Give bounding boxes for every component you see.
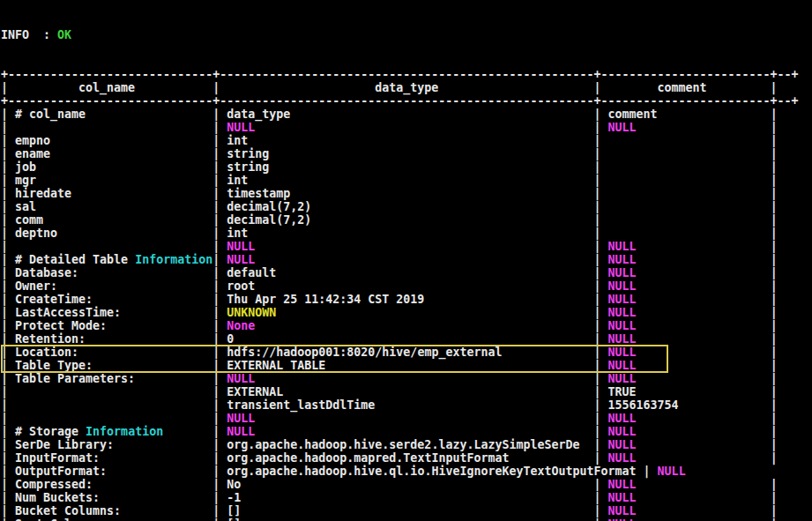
table-row: | ename | string | |	[1, 147, 812, 160]
cell-text: # Storage	[15, 425, 86, 438]
table-row: | Bucket Columns: | [] | NULL |	[1, 504, 812, 517]
cell-text: OutputFormat:	[15, 465, 107, 478]
table-row: | Protect Mode: | None | NULL |	[1, 319, 812, 332]
cell-text: deptno	[15, 227, 57, 240]
table-row: | Table Parameters: | NULL | NULL |	[1, 372, 812, 385]
cell-text: 1556163754	[608, 398, 679, 412]
table-row: | Database: | default | NULL |	[1, 266, 812, 279]
table-row: | Retention: | 0 | NULL |	[1, 332, 812, 346]
cell-text: Retention:	[15, 332, 86, 346]
cell-text: # Detailed Table	[15, 253, 135, 266]
table-row: | Location: | hdfs://hadoop001:8020/hive…	[1, 346, 812, 359]
cell-text: # col_name	[15, 108, 86, 121]
table-row: | InputFormat: | org.apache.hadoop.mapre…	[1, 451, 812, 465]
cell-text: NULL	[227, 253, 255, 266]
cell-text: root	[227, 279, 255, 293]
cell-text: EXTERNAL TABLE	[227, 359, 325, 372]
cell-text: NULL	[608, 253, 637, 266]
cell-text: []	[227, 517, 241, 521]
cell-text: Table Type:	[15, 359, 93, 372]
cell-text: default	[227, 266, 276, 279]
log-level: INFO	[1, 28, 29, 41]
cell-text: LastAccessTime:	[15, 306, 121, 319]
cell-text: comment	[608, 108, 658, 121]
status-line: INFO : OK	[1, 28, 812, 41]
cell-text: int	[227, 227, 248, 240]
cell-text: org.apache.hadoop.hive.serde2.lazy.LazyS…	[227, 438, 579, 451]
cell-text: NULL	[608, 319, 637, 332]
log-status-ok: OK	[57, 28, 71, 41]
cell-text: data_type	[227, 108, 290, 121]
cell-text: Protect Mode:	[15, 319, 107, 332]
cell-text: NULL	[608, 491, 637, 504]
cell-text: Information	[86, 425, 163, 438]
table-row: | Num Buckets: | -1 | NULL |	[1, 491, 812, 504]
cell-text: NULL	[608, 438, 637, 451]
cell-text: NULL	[608, 121, 637, 134]
cell-text: Thu Apr 25 11:42:34 CST 2019	[227, 293, 424, 306]
cell-text: Num Buckets:	[15, 491, 100, 504]
cell-text: NULL	[608, 451, 637, 465]
table-header-row: | col_name | data_type | comment |	[1, 81, 812, 94]
table-row: | Compressed: | No | NULL |	[1, 478, 812, 491]
cell-text: CreateTime:	[15, 293, 93, 306]
cell-text: NULL	[227, 412, 255, 425]
table-row: | deptno | int | |	[1, 227, 812, 240]
cell-text: Compressed:	[15, 478, 93, 491]
cell-text: NULL	[658, 465, 686, 478]
cell-text: mgr	[15, 174, 36, 187]
log-separator: :	[29, 28, 57, 41]
table-row: | | EXTERNAL | TRUE |	[1, 385, 812, 398]
cell-text: NULL	[608, 504, 637, 517]
table-row: | Owner: | root | NULL |	[1, 279, 812, 293]
cell-text: NULL	[608, 425, 637, 438]
cell-text: Information	[135, 253, 212, 266]
terminal-screen: INFO : OK +-----------------------------…	[0, 0, 812, 521]
cell-text: ename	[15, 147, 50, 160]
table-row: | # Storage Information | NULL | NULL |	[1, 425, 812, 438]
table-row: | empno | int | |	[1, 134, 812, 147]
cell-text: Bucket Columns:	[15, 504, 121, 517]
cell-text: sal	[15, 200, 36, 213]
table-row: | | transient_lastDdlTime | 1556163754 |	[1, 398, 812, 412]
table-row: | OutputFormat: | org.apache.hadoop.hive…	[1, 465, 812, 478]
cell-text: NULL	[608, 372, 637, 385]
cell-text: NULL	[608, 240, 637, 253]
cell-text: Location:	[15, 346, 78, 359]
cell-text: NULL	[608, 293, 637, 306]
cell-text: EXTERNAL	[227, 385, 283, 398]
table-row: | comm | decimal(7,2) | |	[1, 213, 812, 227]
cell-text: Owner:	[15, 279, 57, 293]
cell-text: comm	[15, 213, 43, 227]
cell-text: Table Parameters:	[15, 372, 135, 385]
cell-text: transient_lastDdlTime	[227, 398, 375, 412]
cell-text: NULL	[608, 306, 637, 319]
cell-text: int	[227, 134, 248, 147]
cell-text: timestamp	[227, 187, 290, 200]
table-row: | job | string | |	[1, 160, 812, 174]
cell-text: org.apache.hadoop.mapred.TextInputFormat	[227, 451, 509, 465]
cell-text: decimal(7,2)	[227, 200, 311, 213]
cell-text: []	[227, 504, 241, 517]
cell-text: empno	[15, 134, 50, 147]
cell-text: hdfs://hadoop001:8020/hive/emp_external	[227, 346, 502, 359]
cell-text: Database:	[15, 266, 78, 279]
table-row: | CreateTime: | Thu Apr 25 11:42:34 CST …	[1, 293, 812, 306]
table-border: +-----------------------------+---------…	[1, 68, 812, 81]
cell-text: SerDe Library:	[15, 438, 114, 451]
cell-text: TRUE	[608, 385, 637, 398]
table-border: +-----------------------------+---------…	[1, 94, 812, 108]
cell-text: NULL	[608, 517, 637, 521]
cell-text: NULL	[227, 425, 255, 438]
cell-text: NULL	[608, 478, 637, 491]
cell-text: NULL	[608, 266, 637, 279]
cell-text: org.apache.hadoop.hive.ql.io.HiveIgnoreK…	[227, 465, 636, 478]
cell-text: NULL	[608, 332, 637, 346]
cell-text: UNKNOWN	[227, 306, 276, 319]
cell-text: None	[227, 319, 255, 332]
cell-text: NULL	[227, 372, 255, 385]
cell-text: NULL	[608, 412, 637, 425]
cell-text: NULL	[608, 279, 637, 293]
table-row: | | NULL | NULL |	[1, 412, 812, 425]
table-row: | # col_name | data_type | comment |	[1, 108, 812, 121]
